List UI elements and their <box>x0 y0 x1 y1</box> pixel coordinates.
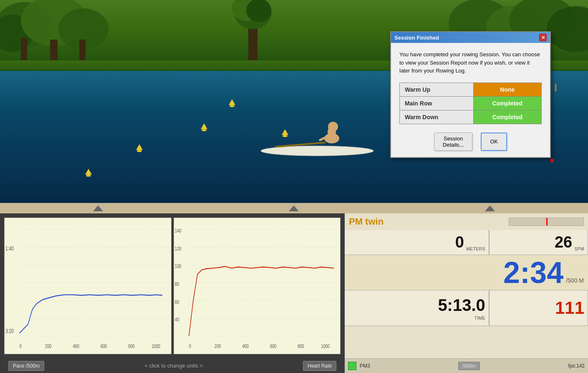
arrow-up-icon <box>485 205 495 211</box>
pm-label: PM3 <box>360 363 370 369</box>
pm-green-indicator <box>348 362 356 370</box>
charts-bottom-bar: Pace /500m < click to change units > Hea… <box>0 358 345 373</box>
pace-value: 2:34 <box>503 255 563 290</box>
svg-text:400: 400 <box>73 343 79 349</box>
main-row-label: Main Row <box>400 96 474 110</box>
hr-label-button[interactable]: Heart Rate <box>303 361 336 371</box>
meters-spm-row: 0 METERS 26 SPM <box>345 230 588 255</box>
svg-text:120: 120 <box>175 245 181 251</box>
svg-text:0: 0 <box>20 343 22 349</box>
svg-text:200: 200 <box>45 343 51 349</box>
time-cell: 5:13.0 TIME <box>345 290 489 325</box>
svg-text:800: 800 <box>298 343 304 349</box>
dialog-titlebar: Session Finished ✕ <box>391 32 550 43</box>
pace-unit-button[interactable]: /500m <box>458 362 480 370</box>
pm-signal-bar <box>509 218 584 226</box>
dialog-buttons: SessionDetails... OK <box>399 133 542 151</box>
buoy <box>201 123 207 129</box>
charts-area: 1:40 3:20 0 200 400 600 800 1000 <box>0 213 345 358</box>
dialog-title: Session Finished <box>394 35 439 41</box>
session-dialog: Session Finished ✕ You have completed yo… <box>390 31 551 158</box>
svg-text:0: 0 <box>189 343 191 349</box>
warm-down-label: Warm Down <box>400 110 474 124</box>
svg-text:600: 600 <box>101 343 107 349</box>
main-row-status: Completed <box>473 96 541 110</box>
pm-header: PM twin <box>345 213 588 230</box>
svg-text:400: 400 <box>242 343 248 349</box>
hr-value: 111 <box>555 298 584 318</box>
hr-value-cell: 111 <box>490 290 588 325</box>
svg-text:60: 60 <box>175 299 179 305</box>
hr-chart: 140 120 100 80 60 40 0 200 400 600 800 1… <box>174 218 341 354</box>
meters-cell: 0 METERS <box>345 230 489 255</box>
warm-down-status: Completed <box>473 110 541 124</box>
pm-title: PM twin <box>349 216 384 227</box>
table-row: Warm Up None <box>400 83 542 96</box>
spm-label: SPM <box>574 246 584 255</box>
bottom-panel: 1:40 3:20 0 200 400 600 800 1000 <box>0 213 588 373</box>
svg-text:800: 800 <box>128 343 134 349</box>
meters-value: 0 <box>455 233 464 251</box>
meters-label: METERS <box>466 246 485 255</box>
dialog-message: You have completed your rowing Session. … <box>399 50 542 75</box>
right-marker <box>555 83 557 92</box>
spm-value: 26 <box>555 233 572 251</box>
pace-chart-svg: 1:40 3:20 0 200 400 600 800 1000 <box>5 218 171 354</box>
spm-cell: 26 SPM <box>490 230 588 255</box>
pm-data: 0 METERS 26 SPM 2:34 /500 M <box>345 230 588 358</box>
svg-text:600: 600 <box>270 343 276 349</box>
red-marker <box>550 159 554 162</box>
svg-point-22 <box>328 122 338 132</box>
svg-text:3:20: 3:20 <box>5 328 14 335</box>
buoy <box>85 169 92 175</box>
svg-text:100: 100 <box>175 263 181 269</box>
time-hr-row: 5:13.0 TIME 111 <box>345 290 588 326</box>
session-status-table: Warm Up None Main Row Completed Warm Dow… <box>399 83 542 124</box>
time-value: 5:13.0 <box>438 296 485 315</box>
charts-panel: 1:40 3:20 0 200 400 600 800 1000 <box>0 213 345 373</box>
hr-chart-svg: 140 120 100 80 60 40 0 200 400 600 800 1… <box>174 218 341 354</box>
svg-text:1000: 1000 <box>321 343 329 349</box>
svg-text:80: 80 <box>175 281 179 287</box>
pm-panel: PM twin 0 METERS 26 <box>345 213 588 373</box>
pace-cell: 2:34 /500 M <box>345 255 588 290</box>
pace-chart: 1:40 3:20 0 200 400 600 800 1000 <box>4 218 172 354</box>
table-row: Main Row Completed <box>400 96 542 110</box>
rower-svg <box>259 109 376 159</box>
dialog-body: You have completed your rowing Session. … <box>391 43 550 157</box>
pace-unit: /500 M <box>566 277 584 290</box>
rowing-scene: Session Finished ✕ You have completed yo… <box>0 0 588 203</box>
svg-text:200: 200 <box>215 343 221 349</box>
svg-text:40: 40 <box>175 317 179 323</box>
pm-indicator <box>388 218 584 226</box>
dialog-close-button[interactable]: ✕ <box>539 34 547 41</box>
fps-display: fps:142 <box>568 363 585 369</box>
svg-text:1:40: 1:40 <box>5 245 14 252</box>
warm-up-status: None <box>473 83 541 96</box>
svg-rect-4 <box>21 38 27 63</box>
change-units-text[interactable]: < click to change units > <box>144 363 202 369</box>
pm-bottom-bar: PM3 /500m fps:142 <box>345 358 588 373</box>
arrow-up-icon <box>93 205 103 211</box>
svg-text:1000: 1000 <box>152 343 160 349</box>
svg-text:140: 140 <box>175 228 181 234</box>
arrow-up-icon <box>289 205 299 211</box>
warm-up-label: Warm Up <box>400 83 474 96</box>
time-label: TIME <box>474 315 485 320</box>
table-row: Warm Down Completed <box>400 110 542 124</box>
ok-button[interactable]: OK <box>481 133 507 151</box>
buoy <box>229 99 235 105</box>
session-details-button[interactable]: SessionDetails... <box>434 133 473 151</box>
buoy <box>136 144 143 150</box>
separator-bar <box>0 203 588 213</box>
pm-signal-line <box>546 218 548 225</box>
pace-row: 2:34 /500 M <box>345 255 588 290</box>
pace-label-button[interactable]: Pace /500m <box>8 361 44 371</box>
svg-point-18 <box>261 146 373 156</box>
